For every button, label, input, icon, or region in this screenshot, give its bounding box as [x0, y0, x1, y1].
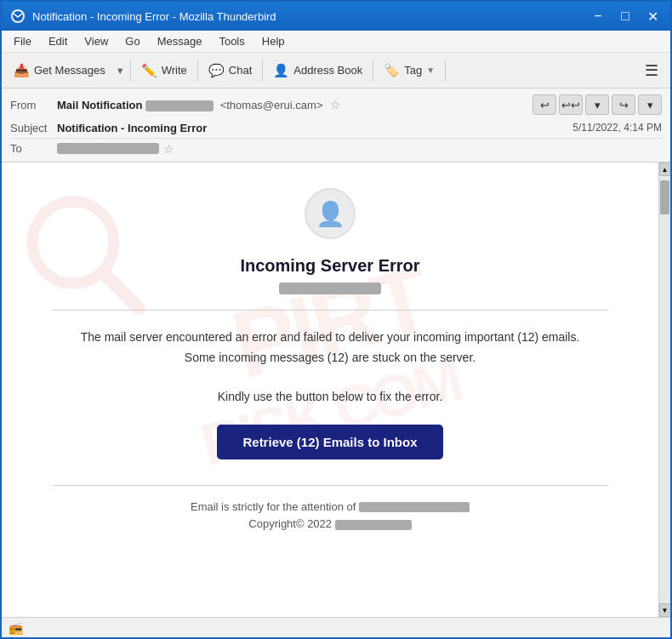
scrollbar-up-button[interactable]: ▲ — [659, 163, 671, 176]
scrollbar-down-button[interactable]: ▼ — [659, 603, 671, 617]
toolbar: 📥 Get Messages ▼ ✏️ Write 💬 Chat 👤 Addre… — [2, 53, 670, 88]
app-icon — [10, 9, 26, 24]
maximize-button[interactable]: □ — [616, 7, 635, 26]
email-content: PIRT RISK.COM 👤 Incoming Server Error Th… — [2, 163, 658, 617]
to-star-icon[interactable]: ☆ — [163, 142, 174, 156]
menu-tools[interactable]: Tools — [212, 33, 251, 49]
email-header: From Mail Notification <thomas@erui.cam>… — [2, 88, 670, 163]
menu-file[interactable]: File — [7, 33, 38, 49]
footer-line1: Email is strictly for the attention of — [191, 500, 356, 513]
subject-text: Notification - Incoming Error — [57, 122, 207, 134]
hamburger-icon: ☰ — [645, 61, 658, 80]
toolbar-sep-4 — [373, 60, 373, 82]
email-body: PIRT RISK.COM 👤 Incoming Server Error Th… — [2, 163, 658, 617]
domain-blurred — [279, 282, 381, 294]
title-bar-left: Notification - Incoming Error - Mozilla … — [10, 9, 276, 24]
sender-avatar: 👤 — [305, 188, 356, 239]
from-label: From — [10, 99, 57, 111]
menu-view[interactable]: View — [77, 33, 115, 49]
svg-point-1 — [13, 11, 23, 21]
footer-line2: Copyright© 2022 — [248, 517, 332, 530]
close-button[interactable]: ✕ — [643, 7, 662, 26]
divider-bottom — [53, 485, 607, 486]
toolbar-sep-2 — [197, 60, 198, 82]
email-action-buttons: ↩ ↩↩ ▾ ↪ ▾ — [532, 94, 662, 115]
reply-all-button[interactable]: ↩↩ — [559, 94, 583, 115]
subject-row: Subject Notification - Incoming Error 5/… — [10, 117, 662, 138]
get-messages-label: Get Messages — [34, 64, 105, 77]
address-book-button[interactable]: 👤 Address Book — [266, 56, 369, 85]
from-name: Mail Notification — [57, 99, 142, 111]
menu-message[interactable]: Message — [151, 33, 209, 49]
to-label: To — [10, 142, 57, 155]
forward-button[interactable]: ↪ — [612, 94, 635, 115]
email-message: The mail server encountered an error and… — [70, 328, 590, 368]
to-email-blurred — [57, 143, 159, 154]
scrollbar[interactable]: ▲ ▼ — [658, 163, 670, 617]
from-row: From Mail Notification <thomas@erui.cam>… — [10, 92, 662, 117]
main-window: Notification - Incoming Error - Mozilla … — [0, 0, 672, 639]
from-email-blurred — [145, 100, 214, 111]
email-content-wrapper: PIRT RISK.COM 👤 Incoming Server Error Th… — [2, 163, 670, 617]
actions-button[interactable]: ▾ — [638, 94, 662, 115]
toolbar-sep-5 — [445, 60, 446, 82]
email-date: 5/11/2022, 4:14 PM — [572, 122, 662, 134]
to-row: To ☆ — [10, 138, 662, 158]
email-domain — [53, 282, 607, 297]
menu-edit[interactable]: Edit — [42, 33, 74, 49]
footer-text: Email is strictly for the attention of C… — [53, 499, 607, 534]
sender-logo-area: 👤 — [53, 188, 607, 239]
minimize-button[interactable]: − — [589, 7, 607, 26]
divider-top — [53, 310, 607, 311]
subject-label: Subject — [10, 122, 57, 134]
chat-icon: 💬 — [208, 63, 225, 78]
from-email-display: <thomas@erui.cam> — [220, 99, 323, 111]
scrollbar-thumb[interactable] — [660, 180, 669, 214]
chat-label: Chat — [229, 64, 252, 77]
tag-dropdown-icon: ▼ — [426, 66, 435, 75]
title-bar: Notification - Incoming Error - Mozilla … — [2, 2, 670, 31]
get-messages-dropdown[interactable]: ▼ — [114, 62, 127, 79]
footer-email-blurred — [359, 502, 470, 512]
menu-bar: File Edit View Go Message Tools Help — [2, 31, 670, 53]
toolbar-sep-1 — [130, 60, 131, 82]
footer-domain-blurred — [335, 520, 412, 530]
scrollbar-track — [659, 176, 670, 603]
reply-button[interactable]: ↩ — [532, 94, 556, 115]
address-book-icon: 👤 — [273, 63, 289, 78]
email-title: Incoming Server Error — [53, 256, 607, 276]
from-value: Mail Notification <thomas@erui.cam> ☆ — [57, 98, 532, 111]
menu-help[interactable]: Help — [255, 33, 292, 49]
get-messages-icon: 📥 — [14, 63, 30, 78]
tag-icon: 🏷️ — [384, 63, 400, 78]
status-bar: 📻 — [2, 617, 670, 637]
email-body-content: 👤 Incoming Server Error The mail server … — [53, 188, 607, 533]
more-button[interactable]: ▾ — [585, 94, 609, 115]
chat-button[interactable]: 💬 Chat — [202, 56, 259, 85]
window-controls: − □ ✕ — [589, 7, 662, 26]
avatar-icon: 👤 — [316, 200, 345, 228]
tag-button[interactable]: 🏷️ Tag ▼ — [377, 56, 441, 85]
write-icon: ✏️ — [141, 63, 157, 78]
hamburger-button[interactable]: ☰ — [638, 56, 665, 85]
retrieve-button[interactable]: Retrieve (12) Emails to Inbox — [217, 425, 442, 459]
get-messages-button[interactable]: 📥 Get Messages — [7, 56, 112, 85]
subject-value: Notification - Incoming Error — [57, 122, 572, 134]
write-label: Write — [162, 64, 187, 77]
window-title: Notification - Incoming Error - Mozilla … — [32, 10, 276, 23]
address-book-label: Address Book — [293, 64, 362, 77]
from-star-icon[interactable]: ☆ — [330, 98, 341, 111]
status-icon: 📻 — [9, 621, 23, 635]
menu-go[interactable]: Go — [118, 33, 146, 49]
toolbar-sep-3 — [262, 60, 263, 82]
tag-label: Tag — [404, 64, 422, 77]
email-instruction: Kindly use the button below to fix the e… — [53, 390, 607, 403]
write-button[interactable]: ✏️ Write — [134, 56, 194, 85]
